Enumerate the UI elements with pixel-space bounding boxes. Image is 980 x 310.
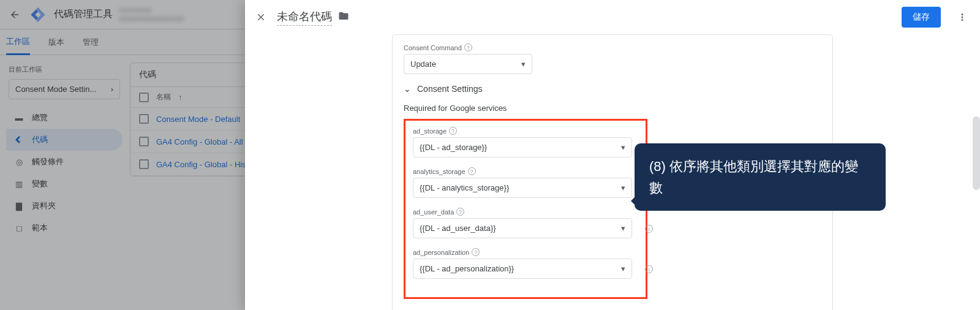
- analytics-storage-select[interactable]: {{DL - analytics_storage}} ▾: [413, 178, 632, 198]
- caret-down-icon: ▾: [621, 224, 625, 233]
- caret-down-icon: ▾: [621, 143, 625, 152]
- more-vert-icon: [957, 12, 968, 23]
- info-icon[interactable]: i: [645, 225, 653, 233]
- select-value: {{DL - ad_storage}}: [420, 143, 487, 152]
- scrollbar-thumb[interactable]: [973, 116, 980, 190]
- more-menu-button[interactable]: [953, 8, 971, 26]
- info-icon[interactable]: i: [645, 265, 653, 273]
- consent-field-analytics-storage: analytics_storage? {{DL - analytics_stor…: [413, 167, 638, 198]
- instruction-callout: (8) 依序將其他類別選擇其對應的變數: [635, 143, 886, 211]
- help-icon[interactable]: ?: [464, 43, 472, 51]
- select-value: {{DL - ad_user_data}}: [420, 224, 496, 233]
- select-value: Update: [410, 59, 436, 69]
- field-label: ad_user_data: [413, 208, 454, 216]
- section-title: Consent Settings: [417, 84, 483, 94]
- consent-command-label: Consent Command ?: [404, 43, 821, 51]
- consent-field-ad-user-data: ad_user_data? {{DL - ad_user_data}} ▾ i: [413, 208, 638, 238]
- ad-storage-select[interactable]: {{DL - ad_storage}} ▾: [413, 137, 632, 157]
- caret-down-icon: ▾: [621, 264, 625, 273]
- consent-command-select[interactable]: Update ▾: [404, 54, 532, 74]
- select-value: {{DL - analytics_storage}}: [420, 183, 509, 192]
- tag-name-input[interactable]: 未命名代碼: [277, 9, 332, 26]
- consent-settings-header[interactable]: ⌄ Consent Settings: [404, 84, 821, 94]
- field-label: analytics_storage: [413, 168, 466, 175]
- consent-field-ad-personalization: ad_personalization? {{DL - ad_personaliz…: [413, 248, 638, 279]
- field-label: ad_personalization: [413, 249, 469, 256]
- help-icon[interactable]: ?: [472, 248, 480, 256]
- help-icon[interactable]: ?: [456, 208, 464, 216]
- ad-user-data-select[interactable]: {{DL - ad_user_data}} ▾: [413, 218, 632, 238]
- help-icon[interactable]: ?: [468, 167, 476, 175]
- ad-personalization-select[interactable]: {{DL - ad_personalization}} ▾: [413, 259, 632, 279]
- caret-down-icon: ▾: [621, 183, 625, 192]
- help-icon[interactable]: ?: [449, 127, 457, 135]
- close-button[interactable]: [254, 10, 268, 25]
- highlight-box: ad_storage? {{DL - ad_storage}} ▾ i anal…: [404, 119, 647, 299]
- consent-field-ad-storage: ad_storage? {{DL - ad_storage}} ▾ i: [413, 127, 638, 157]
- panel-header: 未命名代碼 儲存: [245, 0, 980, 34]
- folder-icon[interactable]: [338, 10, 349, 25]
- required-services-title: Required for Google services: [404, 104, 821, 113]
- field-label: ad_storage: [413, 127, 447, 135]
- chevron-down-icon: ⌄: [404, 84, 411, 94]
- close-icon: [255, 12, 266, 23]
- save-button[interactable]: 儲存: [902, 7, 941, 28]
- caret-down-icon: ▾: [521, 59, 526, 69]
- select-value: {{DL - ad_personalization}}: [420, 264, 514, 273]
